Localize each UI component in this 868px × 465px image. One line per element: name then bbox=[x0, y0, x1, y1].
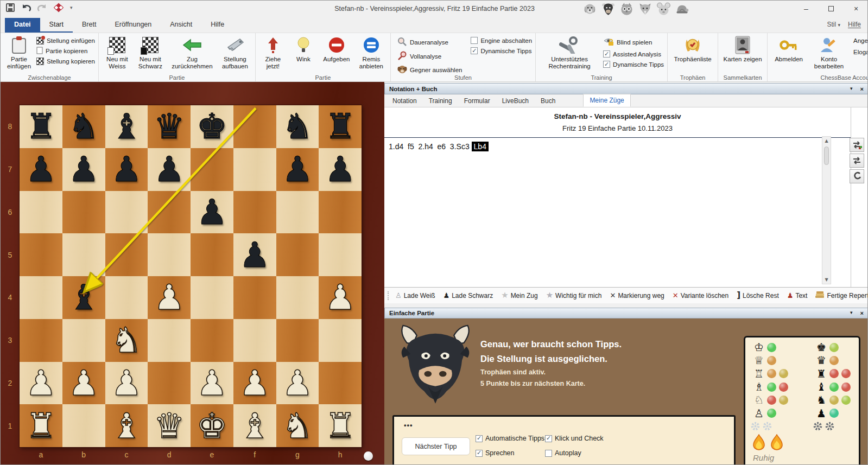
notation-content[interactable]: Stefan-nb - Vereinsspieler,Aggressiv Fri… bbox=[384, 107, 851, 287]
bull-icon[interactable] bbox=[601, 2, 616, 16]
tab-formular[interactable]: Formular bbox=[458, 95, 496, 107]
mouse-icon[interactable] bbox=[656, 2, 671, 16]
maximize-button[interactable] bbox=[819, 1, 844, 16]
menu-brett[interactable]: Brett bbox=[73, 18, 105, 33]
style-selector[interactable]: Stil ▾ bbox=[827, 21, 840, 28]
zug-zuruecknehmen-button[interactable]: Zug zurücknehmen bbox=[168, 34, 216, 71]
unhook-button[interactable] bbox=[850, 169, 864, 183]
piece-black-P-e6[interactable]: ♟ bbox=[191, 191, 233, 234]
konto-bearbeiten-button[interactable]: Konto bearbeiten bbox=[811, 34, 847, 71]
current-move[interactable]: Lb4 bbox=[472, 142, 489, 151]
piece-white-K-e1[interactable]: ♚ bbox=[191, 404, 233, 447]
abmelden-button[interactable]: Abmelden bbox=[771, 34, 807, 64]
tab-training[interactable]: Training bbox=[423, 95, 458, 107]
toolbar-grip[interactable] bbox=[388, 291, 389, 300]
piece-white-B-f1[interactable]: ♝ bbox=[233, 404, 276, 447]
tab-buch[interactable]: Buch bbox=[535, 95, 561, 107]
piece-black-K-e8[interactable]: ♚ bbox=[191, 105, 233, 148]
notation-panel-header[interactable]: Notation + Buch ▾ × bbox=[384, 83, 868, 94]
tab-livebuch[interactable]: LiveBuch bbox=[496, 95, 535, 107]
sprechen-checkbox[interactable]: Sprechen bbox=[476, 449, 544, 457]
menu-start[interactable]: Start bbox=[40, 18, 73, 33]
variation-arrows-button[interactable] bbox=[850, 154, 864, 168]
lade-schwarz-button[interactable]: ♟Lade Schwarz bbox=[443, 292, 493, 300]
piece-black-P-f5[interactable]: ♟ bbox=[233, 233, 276, 276]
piece-white-P-h4[interactable]: ♟ bbox=[319, 276, 362, 319]
piece-white-P-b2[interactable]: ♟ bbox=[62, 362, 105, 405]
dynamische-tipps-2-checkbox[interactable]: Dynamische Tipps bbox=[603, 61, 664, 68]
menu-datei[interactable]: Datei bbox=[5, 18, 40, 33]
tab-meine-zuege[interactable]: Meine Züge bbox=[583, 94, 630, 107]
piece-black-P-a7[interactable]: ♟ bbox=[20, 148, 62, 191]
variante-loeschen-button[interactable]: ✕Variante löschen bbox=[673, 292, 728, 300]
piece-white-P-d4[interactable]: ♟ bbox=[148, 276, 191, 319]
rechentraining-button[interactable]: Unterstütztes Rechentraining bbox=[541, 34, 598, 71]
piece-black-P-b7[interactable]: ♟ bbox=[62, 148, 105, 191]
piece-black-N-g8[interactable]: ♞ bbox=[276, 105, 319, 148]
panel-close-icon[interactable]: × bbox=[860, 86, 864, 92]
gegner-auswaehlen-button[interactable]: Gegner auswählen bbox=[397, 65, 462, 75]
piece-white-Q-d1[interactable]: ♛ bbox=[148, 404, 191, 447]
mein-zug-button[interactable]: ★Mein Zug bbox=[501, 291, 537, 300]
neu-mit-schwarz-button[interactable]: Neu mit Schwarz bbox=[135, 34, 166, 71]
scroll-up-icon[interactable]: ▲ bbox=[822, 137, 831, 145]
autoplay-checkbox[interactable]: Autoplay bbox=[545, 449, 604, 457]
lade-weiss-button[interactable]: ♙Lade Weiß bbox=[395, 292, 435, 300]
automatische-tipps-checkbox[interactable]: Automatische Tipps bbox=[476, 435, 544, 442]
menu-hilfe[interactable]: Hilfe bbox=[201, 18, 233, 33]
dynamische-tipps-checkbox[interactable]: Dynamische Tipps bbox=[471, 47, 532, 54]
wichtig-fuer-mich-button[interactable]: ★Wichtig für mich bbox=[546, 291, 602, 300]
piece-black-P-h7[interactable]: ♟ bbox=[319, 148, 362, 191]
menu-ansicht[interactable]: Ansicht bbox=[161, 18, 201, 33]
owl-icon[interactable] bbox=[619, 2, 634, 16]
piece-black-P-d7[interactable]: ♟ bbox=[148, 148, 191, 191]
piece-white-R-a1[interactable]: ♜ bbox=[20, 404, 62, 447]
piece-white-P-c2[interactable]: ♟ bbox=[105, 362, 148, 405]
variation-arrows-colored-button[interactable] bbox=[850, 138, 864, 152]
piece-black-R-h8[interactable]: ♜ bbox=[319, 105, 362, 148]
piece-white-P-e2[interactable]: ♟ bbox=[191, 362, 233, 405]
piece-white-P-f2[interactable]: ♟ bbox=[233, 362, 276, 405]
markierung-weg-button[interactable]: ✕Markierung weg bbox=[610, 292, 664, 300]
notation-scrollbar[interactable]: ▲ ▼ bbox=[822, 136, 831, 284]
piece-black-N-b8[interactable]: ♞ bbox=[62, 105, 105, 148]
aufgeben-button[interactable]: Aufgeben bbox=[320, 34, 353, 64]
piece-black-B-b4[interactable]: ♝ bbox=[62, 276, 105, 319]
panel-collapse-icon[interactable]: ▾ bbox=[850, 86, 853, 92]
daueranalyse-button[interactable]: Daueranalyse bbox=[397, 37, 462, 48]
scroll-down-icon[interactable]: ▼ bbox=[822, 276, 831, 284]
next-tip-button[interactable]: Nächster Tipp bbox=[402, 437, 470, 455]
turtle-icon[interactable] bbox=[675, 2, 689, 16]
stellung-einfuegen-button[interactable]: Stellung einfügen bbox=[36, 37, 95, 44]
tips-close-icon[interactable]: × bbox=[860, 310, 864, 316]
piece-white-N-c3[interactable]: ♞ bbox=[105, 319, 148, 362]
blind-spielen-button[interactable]: Blind spielen bbox=[603, 37, 664, 47]
piece-white-N-g1[interactable]: ♞ bbox=[276, 404, 319, 447]
fox-icon[interactable] bbox=[638, 2, 652, 16]
piece-white-P-g2[interactable]: ♟ bbox=[276, 362, 319, 405]
move-list[interactable]: 1.d4 f5 2.h4 e6 3.Sc3 Lb4 bbox=[384, 138, 851, 151]
assisted-analysis-checkbox[interactable]: Assisted Analysis bbox=[603, 50, 664, 58]
menu-eroeffnungen[interactable]: Eröffnungen bbox=[105, 18, 161, 33]
close-button[interactable]: × bbox=[844, 1, 868, 16]
stellung-aufbauen-button[interactable]: Stellung aufbauen bbox=[218, 34, 252, 71]
tab-notation[interactable]: Notation bbox=[387, 95, 423, 107]
piece-black-P-g7[interactable]: ♟ bbox=[276, 148, 319, 191]
help-link[interactable]: Hilfe bbox=[848, 21, 861, 28]
piece-black-B-c8[interactable]: ♝ bbox=[105, 105, 148, 148]
tips-panel-header[interactable]: Einfache Partie ▾ × bbox=[384, 308, 868, 319]
remis-anbieten-button[interactable]: Remis anbieten bbox=[356, 34, 387, 71]
piece-black-R-a8[interactable]: ♜ bbox=[20, 105, 62, 148]
fertige-repertoire-button[interactable]: Fertige Repert bbox=[815, 291, 868, 300]
scrollbar-thumb[interactable] bbox=[824, 146, 829, 165]
piece-black-P-c7[interactable]: ♟ bbox=[105, 148, 148, 191]
tips-collapse-icon[interactable]: ▾ bbox=[850, 310, 853, 316]
piece-black-Q-d8[interactable]: ♛ bbox=[148, 105, 191, 148]
trophaeenliste-button[interactable]: Trophäenliste bbox=[671, 34, 714, 64]
klick-und-check-checkbox[interactable]: Klick und Check bbox=[545, 435, 604, 442]
ziehe-jetzt-button[interactable]: Ziehe jetzt! bbox=[259, 34, 287, 71]
karten-zeigen-button[interactable]: Karten zeigen bbox=[721, 34, 764, 64]
stellung-kopieren-button[interactable]: Stellung kopieren bbox=[36, 58, 95, 65]
text-button[interactable]: ♟Text bbox=[787, 292, 808, 300]
piece-white-B-c1[interactable]: ♝ bbox=[105, 404, 148, 447]
